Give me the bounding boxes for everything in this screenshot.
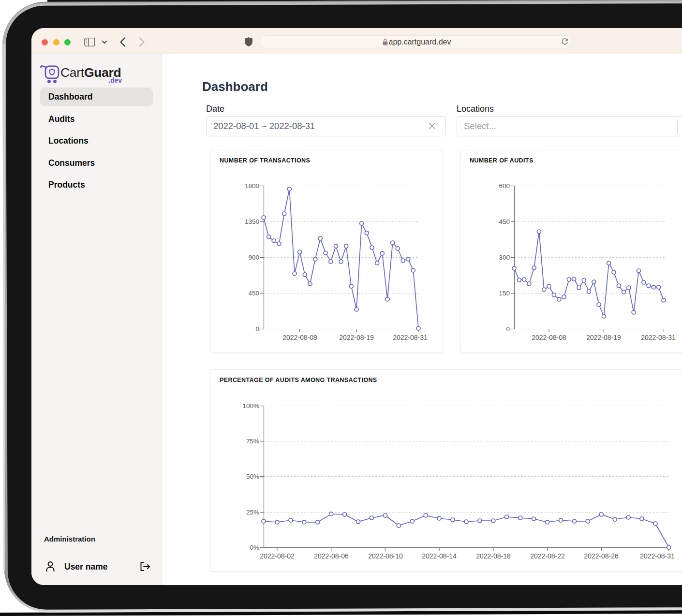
- svg-text:1800: 1800: [245, 182, 259, 190]
- svg-text:100%: 100%: [242, 402, 259, 410]
- svg-text:0: 0: [506, 325, 510, 333]
- svg-text:600: 600: [499, 182, 510, 190]
- svg-text:75%: 75%: [246, 438, 259, 445]
- svg-text:2022-08-31: 2022-08-31: [641, 334, 676, 341]
- svg-text:2022-08-19: 2022-08-19: [339, 334, 374, 341]
- svg-text:2022-08-18: 2022-08-18: [476, 552, 511, 560]
- svg-text:0: 0: [255, 325, 259, 333]
- svg-text:2022-08-22: 2022-08-22: [530, 552, 565, 560]
- svg-text:450: 450: [499, 218, 510, 225]
- svg-text:150: 150: [499, 290, 510, 297]
- svg-text:50%: 50%: [246, 473, 259, 480]
- svg-text:2022-08-08: 2022-08-08: [282, 334, 317, 341]
- svg-text:2022-08-02: 2022-08-02: [260, 552, 295, 560]
- svg-text:2022-08-26: 2022-08-26: [584, 552, 619, 560]
- svg-text:450: 450: [248, 290, 259, 297]
- svg-text:900: 900: [248, 254, 259, 261]
- svg-text:2022-08-08: 2022-08-08: [532, 334, 566, 341]
- svg-text:2022-08-06: 2022-08-06: [314, 552, 349, 560]
- svg-text:2022-08-10: 2022-08-10: [368, 552, 403, 560]
- svg-text:300: 300: [499, 254, 510, 261]
- svg-text:2022-08-14: 2022-08-14: [422, 552, 457, 560]
- svg-text:0%: 0%: [250, 544, 259, 551]
- svg-text:25%: 25%: [246, 509, 259, 516]
- svg-text:2022-08-19: 2022-08-19: [586, 334, 621, 341]
- svg-text:2022-08-31: 2022-08-31: [393, 334, 428, 341]
- svg-text:1350: 1350: [245, 218, 259, 225]
- svg-text:2022-08-31: 2022-08-31: [640, 552, 675, 560]
